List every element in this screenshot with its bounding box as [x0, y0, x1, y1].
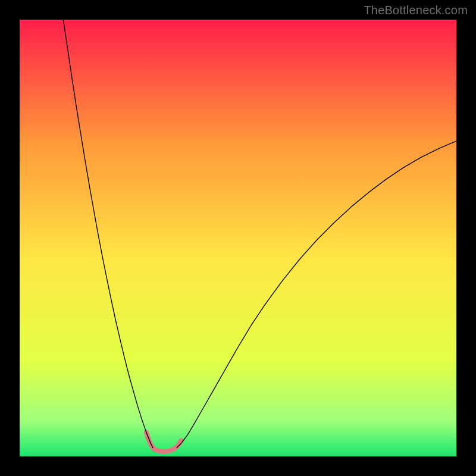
- chart-svg: [20, 20, 456, 456]
- watermark-text: TheBottleneck.com: [364, 4, 468, 17]
- chart-plot-area: [20, 20, 456, 456]
- chart-background: [20, 20, 456, 456]
